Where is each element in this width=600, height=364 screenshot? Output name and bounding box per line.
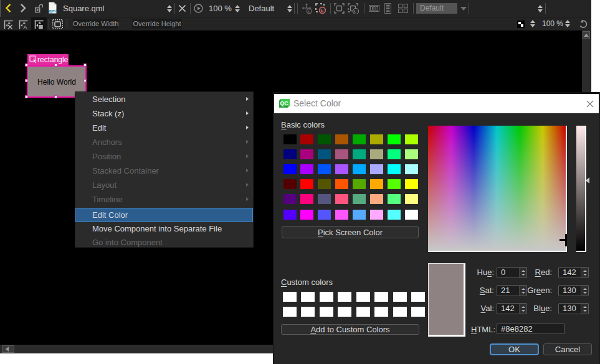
svg-text:QC: QC — [280, 100, 288, 106]
svg-text:qml: qml — [49, 8, 57, 14]
svg-text:A: A — [23, 24, 27, 30]
